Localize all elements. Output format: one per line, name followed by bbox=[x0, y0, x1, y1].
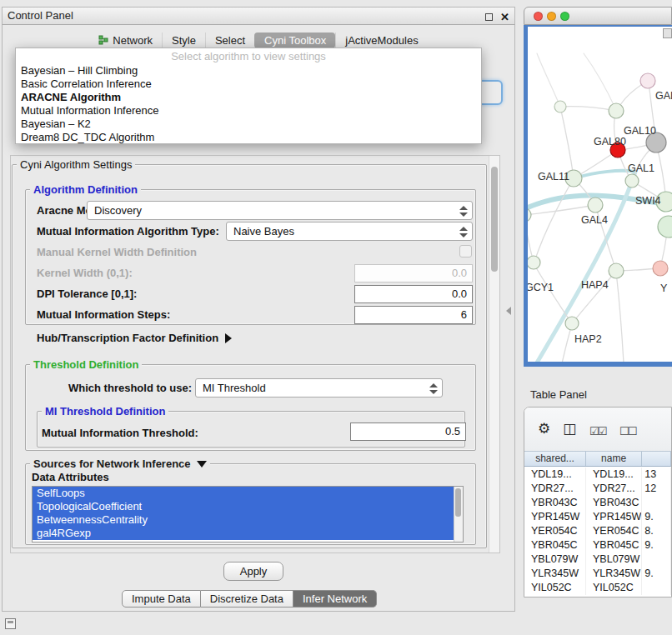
close-traffic-light[interactable] bbox=[534, 12, 543, 21]
kernel-width-field[interactable]: 0.0 bbox=[354, 264, 473, 282]
mi-threshold-group-title: MI Threshold Definition bbox=[42, 405, 168, 418]
gear-icon[interactable]: ⚙ bbox=[538, 422, 550, 437]
network-focus-frame: GAL80GAL10GAL11GAL1SWI4GAL4GCY1HAP4HAP2G… bbox=[524, 25, 672, 367]
table-cell: 13 bbox=[642, 468, 671, 482]
network-node[interactable] bbox=[653, 261, 668, 276]
bottom-tab-infer-network[interactable]: Infer Network bbox=[293, 590, 377, 608]
attribute-item[interactable]: BetweennessCentrality bbox=[33, 513, 454, 527]
network-node[interactable] bbox=[588, 198, 603, 212]
network-node[interactable] bbox=[528, 208, 531, 222]
network-node[interactable] bbox=[658, 216, 672, 238]
network-node[interactable] bbox=[640, 73, 655, 88]
table-header-row: shared...name bbox=[524, 451, 671, 467]
table-toolbar: ⚙◫☑☑☐☐ bbox=[524, 408, 671, 451]
network-edge[interactable] bbox=[584, 53, 616, 110]
scrollbar-thumb[interactable] bbox=[455, 488, 461, 517]
tab-jactivemodules[interactable]: jActiveModules bbox=[335, 32, 427, 48]
attribute-item[interactable]: gal4RGexp bbox=[33, 527, 454, 540]
column-header-shared-[interactable]: shared... bbox=[524, 452, 586, 466]
bottom-tab-bar: Impute DataDiscretize DataInfer Network bbox=[122, 590, 377, 608]
expand-arrow-icon bbox=[225, 333, 232, 343]
network-canvas[interactable]: GAL80GAL10GAL11GAL1SWI4GAL4GCY1HAP4HAP2G… bbox=[528, 27, 672, 362]
table-cell: YDR27... bbox=[586, 482, 642, 496]
attribute-item[interactable]: TopologicalCoefficient bbox=[33, 500, 454, 513]
node-label: GAL10 bbox=[624, 125, 656, 137]
column-chooser-icon[interactable]: ◫ bbox=[563, 422, 576, 437]
zoom-traffic-light[interactable] bbox=[560, 12, 569, 21]
algorithm-option-bayesian-hill-climbing[interactable]: Bayesian – Hill Climbing bbox=[16, 64, 481, 78]
table-cell: 12 bbox=[642, 482, 671, 496]
which-threshold-label: Which threshold to use: bbox=[68, 382, 192, 394]
network-node[interactable] bbox=[625, 174, 639, 188]
table-row[interactable]: YBR045CYBR045C9. bbox=[524, 538, 671, 552]
manual-kernel-checkbox[interactable] bbox=[459, 245, 472, 258]
algorithm-option-dream8-dc-tdc-algorithm[interactable]: Dream8 DC_TDC Algorithm bbox=[16, 131, 481, 144]
mi-steps-field[interactable]: 6 bbox=[354, 306, 473, 324]
aracne-mode-select[interactable]: Discovery bbox=[87, 201, 473, 220]
control-panel-title: Control Panel bbox=[8, 9, 73, 22]
node-label: GAL bbox=[655, 90, 672, 102]
tab-style[interactable]: Style bbox=[162, 32, 205, 48]
apply-button[interactable]: Apply bbox=[223, 562, 283, 581]
network-navigator-fragment[interactable] bbox=[663, 28, 672, 38]
column-header-name[interactable]: name bbox=[586, 452, 642, 466]
sources-group-title[interactable]: Sources for Network Inference bbox=[30, 458, 210, 470]
attribute-item[interactable]: SelfLoops bbox=[33, 487, 454, 500]
network-edge[interactable] bbox=[534, 178, 574, 262]
algorithm-option-bayesian-k2[interactable]: Bayesian – K2 bbox=[16, 118, 481, 131]
table-row[interactable]: YER054CYER054C8. bbox=[524, 524, 671, 538]
vertical-scrollbar[interactable] bbox=[489, 156, 499, 552]
algorithm-option-mutual-information-inference[interactable]: Mutual Information Inference bbox=[16, 104, 481, 118]
close-icon[interactable]: ✕ bbox=[500, 13, 509, 21]
network-edge[interactable] bbox=[537, 53, 560, 107]
algorithm-option-aracne-algorithm[interactable]: ARACNE Algorithm bbox=[16, 91, 481, 104]
hub-definition-toggle[interactable]: Hub/Transcription Factor Definition bbox=[37, 332, 232, 344]
network-window-titlebar[interactable] bbox=[524, 7, 672, 25]
network-edge[interactable] bbox=[560, 107, 616, 111]
table-cell: YIL052C bbox=[524, 581, 586, 595]
minimize-traffic-light[interactable] bbox=[547, 12, 556, 21]
table-cell: YPR145W bbox=[524, 510, 586, 524]
mi-threshold-label: Mutual Information Threshold: bbox=[42, 427, 198, 439]
deselect-all-rows-icon[interactable]: ☐☐ bbox=[619, 424, 635, 439]
network-view-window: GAL80GAL10GAL11GAL1SWI4GAL4GCY1HAP4HAP2G… bbox=[524, 7, 672, 367]
network-tab-icon bbox=[98, 35, 108, 45]
algorithm-placeholder-option[interactable]: Select algorithm to view settings bbox=[16, 48, 481, 64]
algorithm-option-basic-correlation-inference[interactable]: Basic Correlation Inference bbox=[16, 78, 481, 91]
mi-type-select[interactable]: Naive Bayes bbox=[226, 222, 473, 241]
column-header-2[interactable] bbox=[642, 452, 671, 466]
dpi-tolerance-field[interactable]: 0.0 bbox=[354, 285, 473, 303]
tab-cyni-toolbox[interactable]: Cyni Toolbox bbox=[254, 32, 335, 48]
bottom-tab-impute-data[interactable]: Impute Data bbox=[122, 590, 201, 608]
network-edge[interactable] bbox=[560, 107, 574, 178]
minimized-panel-icon[interactable] bbox=[5, 618, 16, 629]
network-node[interactable] bbox=[609, 263, 624, 278]
table-row[interactable]: YDR27...YDR27...12 bbox=[524, 482, 671, 496]
tab-select[interactable]: Select bbox=[205, 32, 254, 48]
table-cell: 9. bbox=[642, 567, 671, 581]
table-row[interactable]: YBL079WYBL079W bbox=[524, 552, 671, 567]
attribute-list-scrollbar[interactable] bbox=[454, 487, 463, 542]
table-cell: YLR345W bbox=[586, 567, 642, 581]
select-all-rows-icon[interactable]: ☑☑ bbox=[589, 424, 605, 439]
network-node[interactable] bbox=[565, 317, 579, 330]
scrollbar-thumb[interactable] bbox=[491, 167, 498, 272]
which-threshold-select[interactable]: MI Threshold bbox=[195, 378, 443, 398]
network-node[interactable] bbox=[528, 256, 540, 269]
tab-network[interactable]: Network bbox=[89, 32, 162, 48]
panel-collapse-arrow[interactable] bbox=[506, 307, 511, 315]
control-panel-titlebar[interactable]: Control Panel ✕ bbox=[2, 7, 515, 25]
table-row[interactable]: YPR145WYPR145W9. bbox=[524, 510, 671, 524]
network-node[interactable] bbox=[554, 101, 566, 112]
dpi-tolerance-label: DPI Tolerance [0,1]: bbox=[37, 288, 137, 300]
table-row[interactable]: YIL052CYIL052C bbox=[524, 581, 671, 595]
mi-threshold-field[interactable]: 0.5 bbox=[350, 422, 466, 441]
network-graph[interactable]: GAL80GAL10GAL11GAL1SWI4GAL4GCY1HAP4HAP2G… bbox=[528, 27, 672, 362]
network-edge[interactable] bbox=[616, 272, 624, 362]
float-window-icon[interactable] bbox=[485, 13, 493, 21]
table-row[interactable]: YLR345WYLR345W9. bbox=[524, 567, 671, 581]
network-node[interactable] bbox=[609, 103, 624, 118]
table-row[interactable]: YDL19...YDL19...13 bbox=[524, 468, 671, 482]
table-row[interactable]: YBR043CYBR043C bbox=[524, 496, 671, 510]
bottom-tab-discretize-data[interactable]: Discretize Data bbox=[201, 590, 293, 608]
